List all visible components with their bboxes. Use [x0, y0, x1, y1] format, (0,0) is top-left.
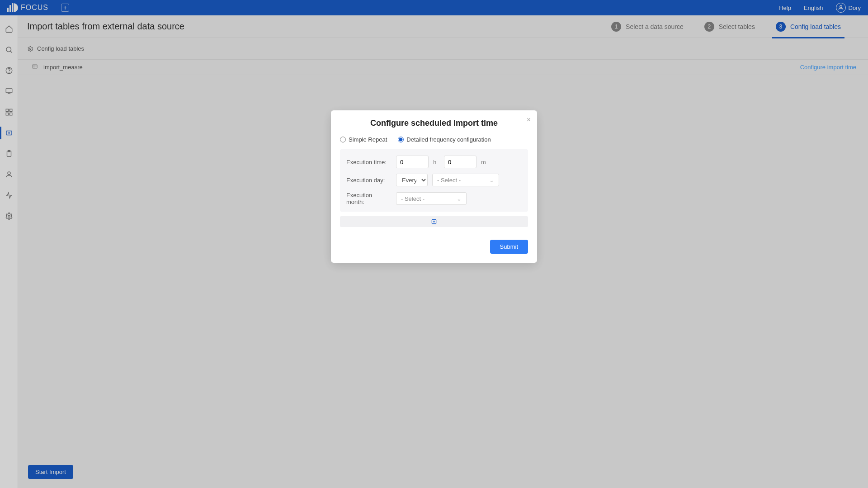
detailed-config-block: Execution time: h m Execution day: Every…	[340, 149, 528, 212]
plus-icon	[431, 218, 437, 225]
chevron-down-icon: ⌄	[457, 195, 462, 202]
chevron-down-icon: ⌄	[489, 177, 494, 184]
configure-import-modal: × Configure scheduled import time Simple…	[331, 110, 537, 263]
exec-day-value-label: - Select -	[437, 177, 461, 184]
exec-day-value-select[interactable]: - Select - ⌄	[432, 174, 499, 186]
exec-month-select[interactable]: - Select - ⌄	[396, 192, 467, 205]
frequency-mode-radios: Simple Repeat Detailed frequency configu…	[340, 136, 528, 143]
radio-detailed-label: Detailed frequency configuration	[406, 136, 491, 143]
execution-month-row: Execution month: - Select - ⌄	[346, 192, 522, 205]
exec-month-value-label: - Select -	[401, 195, 425, 202]
exec-day-mode-select[interactable]: Every m	[396, 174, 428, 186]
radio-simple-label: Simple Repeat	[349, 136, 387, 143]
exec-month-label: Execution month:	[346, 192, 392, 205]
modal-close-button[interactable]: ×	[527, 116, 531, 124]
exec-time-label: Execution time:	[346, 159, 392, 166]
radio-simple-input[interactable]	[340, 137, 346, 142]
modal-overlay[interactable]: × Configure scheduled import time Simple…	[0, 0, 868, 488]
hour-unit: h	[433, 159, 439, 166]
add-schedule-button[interactable]	[340, 216, 528, 227]
radio-simple-repeat[interactable]: Simple Repeat	[340, 136, 387, 143]
submit-button[interactable]: Submit	[490, 240, 528, 254]
radio-detailed[interactable]: Detailed frequency configuration	[398, 136, 491, 143]
exec-day-label: Execution day:	[346, 177, 392, 184]
minute-unit: m	[481, 159, 487, 166]
execution-day-row: Execution day: Every m - Select - ⌄	[346, 174, 522, 186]
radio-detailed-input[interactable]	[398, 137, 404, 142]
execution-time-row: Execution time: h m	[346, 156, 522, 168]
exec-minute-input[interactable]	[444, 156, 476, 168]
modal-footer: Submit	[340, 240, 528, 254]
exec-hour-input[interactable]	[396, 156, 429, 168]
modal-title: Configure scheduled import time	[340, 118, 528, 128]
